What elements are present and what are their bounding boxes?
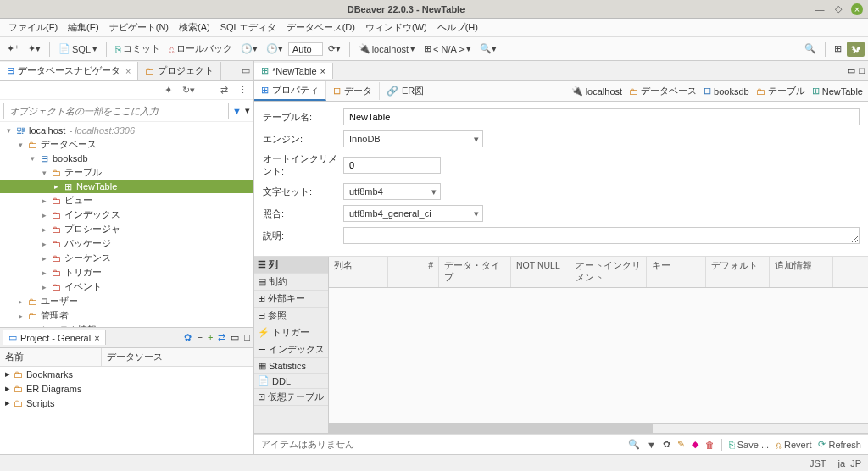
tree-events-folder[interactable]: ▸🗀イベント — [0, 280, 253, 294]
gcol-extra[interactable]: 追加情報 — [770, 257, 833, 287]
close-icon[interactable]: × — [125, 66, 131, 76]
maximize-icon[interactable]: □ — [859, 65, 865, 76]
rollback-button[interactable]: ⎌ ロールバック — [165, 41, 236, 57]
transaction-isolation-icon[interactable]: 🕒▾ — [263, 42, 287, 56]
schema-combo[interactable]: ⊞ < N/A > ▾ — [420, 42, 475, 56]
sql-editor-button[interactable]: 📄 SQL ▾ — [55, 42, 101, 56]
gear-icon[interactable]: ✿ — [663, 439, 670, 450]
database-tree[interactable]: ▾🖳localhost- localhost:3306 ▾🗀データベース ▾⊟b… — [0, 122, 253, 327]
tree-table-newtable[interactable]: ▸⊞NewTable — [0, 180, 253, 193]
search-icon[interactable]: 🔍 — [801, 42, 820, 56]
scrollbar-thumb[interactable] — [329, 424, 653, 433]
close-icon[interactable]: × — [94, 333, 99, 343]
minimize-icon[interactable]: ▭ — [231, 332, 239, 343]
gcol-autoinc[interactable]: オートインクリメント — [570, 257, 647, 287]
menu-file[interactable]: ファイル(F) — [3, 19, 63, 36]
edit-icon[interactable]: ✎ — [677, 439, 685, 450]
delete-icon[interactable]: 🗑 — [705, 440, 715, 450]
transaction-log-icon[interactable]: ⟳▾ — [325, 42, 344, 56]
search-icon[interactable]: 🔍 — [628, 439, 640, 450]
gcol-default[interactable]: デフォルト — [706, 257, 770, 287]
breadcrumb-db[interactable]: 🗀データベース — [629, 85, 697, 97]
menu-edit[interactable]: 編集(E) — [63, 19, 104, 36]
tab-project-general[interactable]: ▭ Project - General × — [3, 330, 106, 345]
tab-db-navigator[interactable]: ⊟ データベースナビゲータ × — [0, 62, 138, 80]
select-engine[interactable]: InnoDB — [343, 130, 483, 147]
side-indexes[interactable]: ☰インデックス — [254, 341, 328, 358]
project-item-bookmarks[interactable]: ▸🗀Bookmarks — [0, 367, 253, 381]
collapse-icon[interactable]: − — [197, 332, 202, 343]
commit-button[interactable]: ⎘ コミット — [112, 41, 164, 57]
filter-input[interactable] — [3, 103, 229, 119]
subtab-er[interactable]: 🔗ER図 — [380, 82, 431, 100]
editor-tab-newtable[interactable]: ⊞ *NewTable × — [254, 63, 333, 79]
maximize-button[interactable]: ◇ — [832, 3, 844, 15]
menu-database[interactable]: データベース(D) — [281, 19, 360, 36]
breadcrumb-host[interactable]: 🔌localhost — [571, 86, 622, 97]
collapse-icon[interactable]: − — [203, 85, 213, 97]
close-window-button[interactable]: × — [851, 3, 863, 15]
new-connection-dropdown-icon[interactable]: ✦▾ — [25, 42, 44, 56]
side-ddl[interactable]: 📄DDL — [254, 374, 328, 389]
tree-sequences-folder[interactable]: ▸🗀シーケンス — [0, 251, 253, 265]
tree-procs-folder[interactable]: ▸🗀プロシージャ — [0, 222, 253, 236]
grid-body[interactable] — [329, 288, 868, 423]
dbeaver-perspective-icon[interactable]: 🐿 — [847, 42, 865, 57]
col-datasource[interactable]: データソース — [102, 348, 253, 366]
breadcrumb-schema[interactable]: ⊟booksdb — [704, 86, 749, 97]
minimize-button[interactable]: — — [814, 3, 826, 15]
gcol-key[interactable]: キー — [647, 257, 706, 287]
save-button[interactable]: ⎘Save ... — [729, 440, 769, 450]
settings-icon[interactable]: 🔍▾ — [476, 42, 500, 56]
commit-mode-combo[interactable]: Auto — [288, 42, 323, 56]
breadcrumb-table[interactable]: ⊞NewTable — [812, 86, 863, 97]
filter-menu-icon[interactable]: ▾ — [245, 105, 250, 116]
side-virtual[interactable]: ⊡仮想テーブル — [254, 389, 328, 406]
side-columns[interactable]: ☰列 — [254, 257, 328, 274]
close-icon[interactable]: × — [320, 66, 326, 76]
more-icon[interactable]: ⋮ — [236, 84, 250, 97]
tree-tables-folder[interactable]: ▾🗀テーブル — [0, 165, 253, 180]
menu-search[interactable]: 検索(A) — [174, 19, 215, 36]
refresh-button[interactable]: ⟳Refresh — [818, 439, 861, 450]
link-icon[interactable]: ⇄ — [218, 332, 225, 343]
tree-views-folder[interactable]: ▸🗀ビュー — [0, 193, 253, 208]
transaction-mode-icon[interactable]: 🕒▾ — [237, 42, 261, 56]
minimize-icon[interactable]: ▭ — [847, 65, 855, 76]
connection-combo[interactable]: 🔌 localhost ▾ — [355, 42, 419, 56]
tree-schema[interactable]: ▾⊟booksdb — [0, 152, 253, 165]
side-foreign-keys[interactable]: ⊞外部キー — [254, 291, 328, 308]
tree-packages-folder[interactable]: ▸🗀パッケージ — [0, 236, 253, 251]
project-item-scripts[interactable]: ▸🗀Scripts — [0, 396, 253, 410]
side-statistics[interactable]: ▦Statistics — [254, 358, 328, 374]
select-collation[interactable]: utf8mb4_general_ci — [343, 205, 483, 222]
menu-window[interactable]: ウィンドウ(W) — [360, 19, 432, 36]
gcol-notnull[interactable]: NOT NULL — [511, 257, 570, 287]
side-constraints[interactable]: ▤制約 — [254, 274, 328, 291]
refresh-icon[interactable]: ↻▾ — [180, 84, 198, 97]
select-charset[interactable]: utf8mb4 — [343, 183, 441, 200]
tree-databases[interactable]: ▾🗀データベース — [0, 137, 253, 152]
revert-button[interactable]: ⎌Revert — [776, 440, 811, 450]
filter-icon[interactable]: ▼ — [232, 106, 242, 116]
filter-icon[interactable]: ▼ — [647, 440, 656, 450]
textarea-description[interactable] — [343, 227, 860, 244]
horizontal-scrollbar[interactable] — [329, 423, 868, 433]
gcol-datatype[interactable]: データ・タイプ — [439, 257, 511, 287]
side-triggers[interactable]: ⚡トリガー — [254, 324, 328, 341]
menu-sql[interactable]: SQLエディタ — [215, 19, 281, 36]
side-references[interactable]: ⊟参照 — [254, 308, 328, 324]
menu-help[interactable]: ヘルプ(H) — [432, 19, 483, 36]
tab-projects[interactable]: 🗀 プロジェクト — [138, 62, 221, 80]
menu-navigate[interactable]: ナビゲート(N) — [104, 19, 174, 36]
minimize-panel-icon[interactable]: ▭ — [238, 64, 253, 78]
tree-admin[interactable]: ▸🗀管理者 — [0, 308, 253, 323]
tree-connection[interactable]: ▾🖳localhost- localhost:3306 — [0, 124, 253, 137]
perspective-icon[interactable]: ⊞ — [831, 42, 845, 56]
col-name[interactable]: 名前 — [0, 348, 102, 366]
subtab-properties[interactable]: ⊞プロパティ — [254, 81, 326, 101]
add-icon[interactable]: + — [208, 332, 213, 343]
gcol-name[interactable]: 列名 — [329, 257, 388, 287]
new-icon[interactable]: ◆ — [692, 439, 698, 450]
project-item-erdiagrams[interactable]: ▸🗀ER Diagrams — [0, 381, 253, 396]
